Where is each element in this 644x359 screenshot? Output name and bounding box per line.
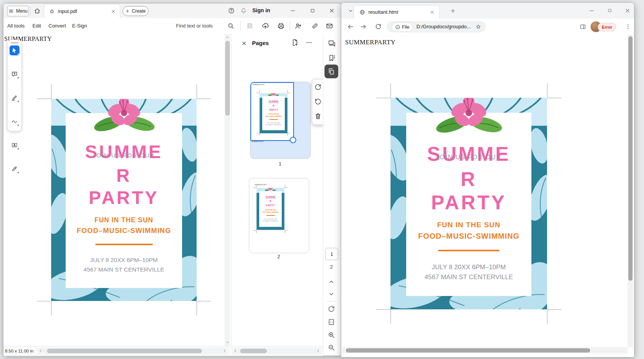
menu-convert[interactable]: Convert <box>48 23 66 29</box>
bell-icon[interactable] <box>240 7 247 14</box>
menu-esign[interactable]: E-Sign <box>72 23 87 29</box>
panel-close-icon[interactable] <box>241 40 247 46</box>
more-options-icon[interactable] <box>305 39 313 46</box>
next-page-icon[interactable] <box>328 290 335 298</box>
bookmarks-icon[interactable] <box>328 54 336 62</box>
url-text[interactable]: D:/Groupdocs/groupdo... <box>416 24 471 29</box>
new-tab-icon[interactable] <box>450 8 456 14</box>
bookmark-star-icon[interactable] <box>475 24 481 30</box>
window-maximize-icon[interactable] <box>310 8 316 14</box>
scrollbar-thumb[interactable] <box>225 41 230 116</box>
select-tool-button[interactable] <box>10 45 19 55</box>
cloud-upload-icon[interactable] <box>261 22 269 30</box>
page-1-selection[interactable]: SUMMERPARTY SUMME JOIN US FOR OUR R PART… <box>250 82 294 141</box>
create-button[interactable]: Create <box>123 6 148 16</box>
current-page-box[interactable]: 1 <box>325 248 338 260</box>
crop-mark <box>547 309 547 324</box>
next-page-number[interactable]: 2 <box>325 264 337 270</box>
add-comment-tool-button[interactable] <box>10 69 19 79</box>
find-tools-label[interactable]: Find text or tools <box>176 23 213 29</box>
document-horizontal-scrollbar[interactable] <box>38 348 228 354</box>
home-button[interactable] <box>33 7 41 15</box>
scroll-down-icon[interactable] <box>225 340 230 345</box>
flyer-headline-bottom: PARTY <box>66 189 182 207</box>
print-icon[interactable] <box>277 22 285 30</box>
document-tab[interactable]: input.pdf <box>44 4 120 18</box>
highlight-tool-button[interactable] <box>10 93 19 103</box>
star-icon[interactable] <box>49 8 55 15</box>
mini-headline-bottom: PARTY <box>262 108 285 111</box>
link-icon[interactable] <box>311 22 319 30</box>
menu-all-tools[interactable]: All tools <box>7 23 25 29</box>
mini-tagline1: FUN IN THE SUN <box>259 209 282 211</box>
address-bar[interactable]: File D:/Groupdocs/groupdo... <box>387 21 486 32</box>
page-2-thumbnail-card[interactable]: SUMMERPARTY SUMME JOIN US FOR OUR R PART… <box>249 178 309 253</box>
reload-icon[interactable] <box>375 23 382 30</box>
organize-pages-button-active[interactable] <box>324 65 338 78</box>
drag-handle[interactable] <box>11 42 18 44</box>
page-1-thumbnail-card[interactable]: SUMMERPARTY SUMME JOIN US FOR OUR R PART… <box>250 82 311 159</box>
quick-tools-panel <box>7 40 22 131</box>
draw-tool-button[interactable] <box>10 116 19 126</box>
refresh-icon[interactable] <box>328 305 335 313</box>
window-close-icon[interactable] <box>625 8 631 14</box>
delete-page-icon[interactable] <box>314 112 322 120</box>
menu-edit[interactable]: Edit <box>32 23 41 29</box>
selection-resize-handle[interactable] <box>290 137 296 143</box>
actual-size-icon[interactable] <box>328 318 335 326</box>
flyer-tagline1: FUN IN THE SUN <box>406 221 531 229</box>
search-icon[interactable] <box>227 22 234 29</box>
document-vertical-scrollbar[interactable] <box>224 34 230 346</box>
zoom-out-icon[interactable] <box>328 344 335 351</box>
tab-close-icon[interactable] <box>111 9 116 14</box>
create-label: Create <box>132 8 145 14</box>
panel-horizontal-scrollbar[interactable] <box>232 348 321 354</box>
fill-sign-tool-button[interactable] <box>10 164 19 174</box>
menu-label: Menu <box>16 8 27 14</box>
comments-icon[interactable] <box>328 39 336 48</box>
browser-tab[interactable]: resultant.html <box>353 5 440 19</box>
scrollbar-thumb[interactable] <box>47 349 202 353</box>
sidebar-icon[interactable] <box>579 23 586 30</box>
window-minimize-icon[interactable] <box>290 8 296 14</box>
scrollbar-thumb[interactable] <box>346 348 590 353</box>
crop-mark <box>37 301 51 301</box>
zoom-in-icon[interactable] <box>328 331 335 339</box>
sign-in-button[interactable]: Sign in <box>252 7 270 13</box>
tab-search-icon[interactable] <box>347 8 354 14</box>
scrollbar-thumb[interactable] <box>240 349 267 353</box>
window-close-icon[interactable] <box>329 8 335 14</box>
request-signature-icon[interactable] <box>294 22 302 30</box>
email-icon[interactable] <box>326 22 333 30</box>
back-icon[interactable] <box>347 23 354 31</box>
window-minimize-icon[interactable] <box>589 8 595 14</box>
scrollbar-thumb[interactable] <box>628 36 633 281</box>
file-scheme-chip[interactable]: File <box>392 23 413 32</box>
info-icon[interactable] <box>395 24 400 30</box>
text-select-tool-button[interactable] <box>10 140 19 150</box>
previous-page-icon[interactable] <box>328 278 335 286</box>
browser-menu-icon[interactable] <box>625 23 631 30</box>
browser-horizontal-scrollbar[interactable] <box>342 347 628 353</box>
tab-close-icon[interactable] <box>429 10 435 15</box>
browser-vertical-scrollbar[interactable] <box>628 35 633 347</box>
scroll-left-icon[interactable] <box>233 348 238 353</box>
divider <box>240 21 240 31</box>
scroll-right-icon[interactable] <box>222 348 227 353</box>
scroll-left-icon[interactable] <box>38 348 43 353</box>
thumb-page-header: SUMMERPARTY <box>252 141 264 142</box>
forward-icon[interactable] <box>360 23 367 31</box>
insert-page-icon[interactable] <box>291 39 299 47</box>
profile-error-badge[interactable]: Error <box>598 23 616 31</box>
cursor-icon <box>11 47 18 54</box>
window-maximize-icon[interactable] <box>607 8 613 13</box>
rotate-clockwise-icon[interactable] <box>314 83 322 91</box>
rotate-counterclockwise-icon[interactable] <box>314 98 322 105</box>
help-icon[interactable] <box>228 7 235 14</box>
crop-mark <box>376 98 391 98</box>
acrobat-menu-button[interactable]: Menu <box>7 6 29 16</box>
scroll-up-icon[interactable] <box>225 35 230 40</box>
hibiscus-flower-icon <box>434 98 504 138</box>
save-icon <box>246 22 253 29</box>
scroll-right-icon[interactable] <box>316 348 321 353</box>
